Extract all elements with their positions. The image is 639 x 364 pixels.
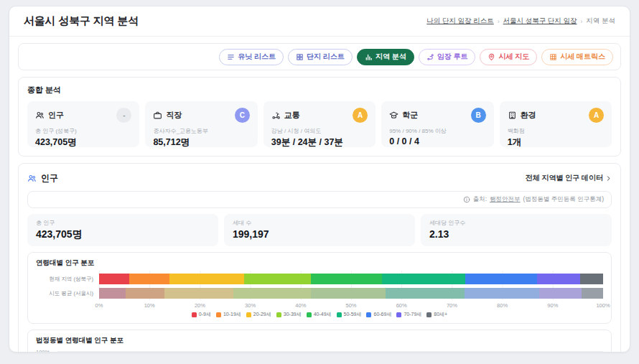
all-region-population-data-link[interactable]: 전체 지역별 인구 데이터 — [526, 173, 612, 183]
bar-segment-gray — [173, 352, 185, 353]
dong-bar — [491, 352, 503, 353]
bar-segment-80세+ — [580, 274, 603, 284]
bar-segment-30-39세 — [233, 288, 310, 299]
tab-label: 시세 매트릭스 — [560, 52, 605, 62]
summary-card-name-label: 학군 — [402, 110, 418, 121]
x-axis-tick: 20% — [195, 302, 205, 309]
dong-bar — [303, 352, 314, 353]
dong-bar — [534, 352, 546, 353]
legend-label: 50-59세 — [344, 311, 362, 318]
summary-card-sublabel: 강남 / 시청 / 여의도 — [271, 127, 368, 135]
bar-segment-40-49세 — [311, 274, 382, 284]
summary-card: 학군B95% / 90% / 85% 이상0 / 0 / 4 — [381, 101, 493, 147]
summary-card-value: 423,705명 — [35, 136, 131, 149]
bar-segment-10-19세 — [126, 288, 164, 299]
people-icon — [27, 174, 37, 183]
stacked-bar-track — [99, 274, 603, 284]
summary-card: 인구-총 인구 (성북구)423,705명 — [27, 101, 139, 147]
tab-list[interactable]: 유닛 리스트 — [219, 49, 284, 65]
legend-label: 10-19세 — [223, 311, 241, 318]
dong-bar — [72, 352, 83, 353]
summary-section-title: 종합 분석 — [27, 85, 612, 95]
dong-bar — [260, 352, 271, 353]
dong-bar — [520, 352, 531, 353]
bar-segment-gray — [447, 352, 459, 353]
dong-bar — [317, 352, 329, 353]
tab-map-pin[interactable]: 시세 지도 — [480, 49, 537, 65]
dong-bar — [202, 352, 213, 353]
bar-segment-gray — [202, 352, 213, 353]
grade-badge: A — [589, 108, 604, 123]
x-axis-tick: 10% — [144, 302, 155, 309]
building-icon — [508, 111, 517, 120]
legend-item: 80세+ — [426, 311, 447, 318]
bar-segment-gray — [72, 352, 83, 353]
dong-bar — [57, 352, 69, 353]
summary-card-value: 39분 / 24분 / 37분 — [271, 136, 368, 149]
dong-bar — [347, 352, 358, 353]
bar-segment-gray — [187, 352, 199, 353]
summary-card: 환경A백화점1개 — [500, 101, 612, 147]
x-axis-tick: 90% — [547, 302, 558, 309]
bar-segment-gray — [101, 352, 112, 353]
stat-value: 2.13 — [429, 228, 603, 240]
dong-bar — [187, 352, 199, 353]
bar-segment-gray — [317, 352, 329, 353]
tab-route[interactable]: 임장 루트 — [419, 49, 476, 65]
list-icon — [227, 53, 235, 61]
dong-bar — [578, 352, 589, 353]
dong-bar — [274, 352, 286, 353]
x-axis-tick: 0% — [95, 302, 103, 309]
legend-item: 10-19세 — [216, 311, 241, 318]
bar-segment-gray — [477, 352, 488, 353]
dong-age-distribution-plot: 100% — [36, 351, 603, 353]
summary-card-name-label: 환경 — [521, 110, 536, 121]
population-stat: 세대당 인구수2.13 — [421, 214, 612, 246]
legend-label: 20-29세 — [253, 311, 271, 318]
bar-segment-gray — [462, 352, 474, 353]
breadcrumb-item[interactable]: 나의 단지 임장 리스트 — [426, 17, 493, 26]
source-link[interactable]: 행정안전부 — [490, 195, 521, 204]
dong-bar — [101, 352, 112, 353]
dong-bar — [86, 352, 98, 353]
bar-segment-gray — [592, 352, 604, 353]
breadcrumb-item[interactable]: 서울시 성북구 단지 임장 — [503, 17, 577, 26]
apartment-grid-icon — [296, 53, 304, 61]
dong-bar — [376, 352, 387, 353]
bar-segment-gray — [57, 352, 69, 353]
bar-segment-gray — [433, 352, 444, 353]
dong-age-distribution-chart: 법정동별 연령대별 인구 분포 100% — [27, 330, 612, 353]
tab-label: 지역 분석 — [376, 52, 406, 62]
bar-segment-gray — [390, 352, 401, 353]
legend-item: 0-9세 — [192, 311, 211, 318]
bar-segment-gray — [116, 352, 127, 353]
tab-matrix[interactable]: 시세 매트릭스 — [541, 49, 613, 65]
bar-segment-40-49세 — [311, 288, 386, 299]
breadcrumb: 나의 단지 임장 리스트›서울시 성북구 단지 임장›지역 분석 — [426, 17, 615, 26]
tab-label: 임장 루트 — [437, 52, 468, 62]
source-suffix: (법정동별 주민등록 인구통계) — [523, 195, 604, 204]
dong-bar — [462, 352, 474, 353]
main-container: 서울시 성북구 지역 분석 나의 단지 임장 리스트›서울시 성북구 단지 임장… — [9, 6, 630, 353]
matrix-icon — [549, 53, 557, 61]
dong-bar — [361, 352, 373, 353]
age-distribution-legend: 0-9세10-19세20-29세30-39세40-49세50-59세60-69세… — [36, 311, 603, 318]
bar-segment-70-79세 — [539, 288, 582, 299]
dong-bar — [289, 352, 300, 353]
stacked-bar-row: 현재 지역 (성북구) — [36, 274, 603, 284]
summary-card-name: 교통 — [271, 110, 300, 121]
tab-apartment-grid[interactable]: 단지 리스트 — [288, 49, 353, 65]
dong-bar — [159, 352, 170, 353]
bar-segment-gray — [347, 352, 358, 353]
bar-segment-gray — [491, 352, 503, 353]
bar-segment-gray — [289, 352, 300, 353]
bar-segment-70-79세 — [537, 274, 580, 284]
legend-swatch — [246, 312, 251, 317]
map-pin-icon — [488, 53, 495, 61]
legend-item: 40-49세 — [307, 311, 332, 318]
age-distribution-chart-title: 연령대별 인구 분포 — [36, 258, 603, 268]
source-prefix: 출처: — [473, 195, 487, 204]
stat-label: 세대당 인구수 — [429, 219, 603, 227]
dong-bar — [173, 352, 185, 353]
tab-active-bar-chart[interactable]: 지역 분석 — [357, 49, 414, 65]
